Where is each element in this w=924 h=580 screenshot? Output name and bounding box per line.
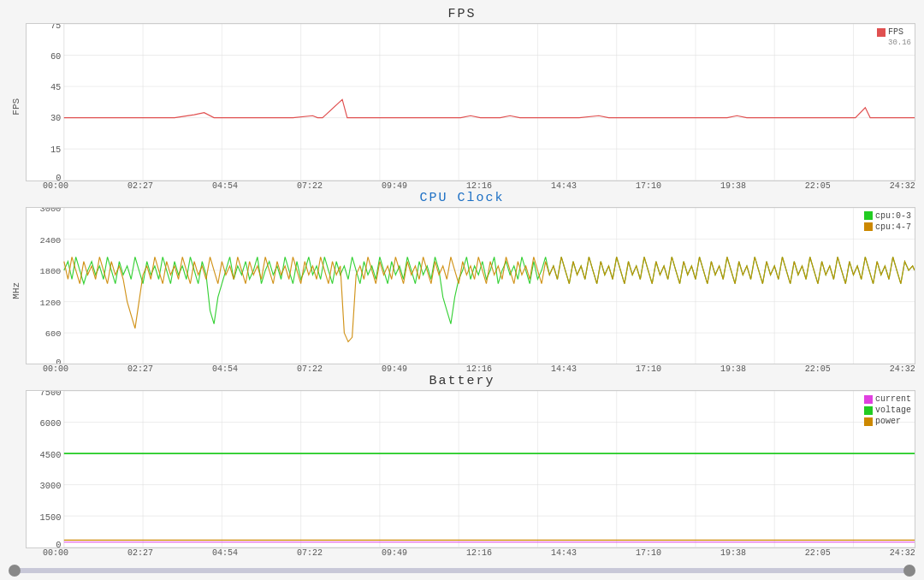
fps-x-tick-9: 22:05	[805, 181, 831, 191]
cpu-legend-label-1: cpu:4-7	[875, 222, 911, 232]
battery-chart-wrapper: 7500 6000 4500 3000 1500 0	[9, 390, 915, 558]
cpu-y-label: MHz	[9, 207, 24, 375]
cpu-title: CPU Clock	[9, 191, 915, 205]
svg-text:7500: 7500	[39, 391, 61, 398]
cpu-x-tick-1: 02:27	[127, 364, 153, 374]
fps-chart-svg: 75 60 45 30 15 0	[27, 24, 915, 181]
cpu-x-tick-4: 09:49	[382, 364, 407, 374]
battery-x-tick-0: 00:00	[43, 548, 68, 558]
svg-text:1500: 1500	[39, 512, 61, 523]
cpu-legend-color-0	[864, 211, 873, 220]
battery-y-label	[9, 390, 24, 558]
svg-text:6000: 6000	[39, 418, 61, 429]
cpu-x-tick-3: 07:22	[297, 364, 323, 374]
fps-section: FPS FPS	[9, 7, 915, 191]
cpu-x-tick-9: 22:05	[805, 364, 831, 374]
cpu-x-tick-7: 17:10	[636, 364, 661, 374]
battery-x-tick-6: 14:43	[551, 548, 577, 558]
svg-text:45: 45	[50, 82, 61, 92]
svg-text:1800: 1800	[39, 267, 61, 275]
fps-legend-color	[877, 28, 886, 37]
svg-text:600: 600	[45, 329, 62, 338]
battery-legend-label-1: voltage	[875, 405, 911, 415]
scrollbar-track[interactable]	[12, 568, 912, 573]
fps-legend-value: 30.16	[877, 38, 911, 47]
cpu-x-tick-0: 00:00	[43, 364, 68, 374]
battery-legend-color-2	[864, 417, 873, 426]
svg-text:3000: 3000	[39, 482, 61, 492]
cpu-legend: cpu:0-3 cpu:4-7	[864, 211, 911, 232]
fps-legend-label: FPS	[888, 27, 903, 37]
battery-legend-item-0: current	[864, 394, 911, 404]
battery-x-tick-4: 09:49	[382, 548, 407, 558]
cpu-chart-area: 3000 2400 1800 1200 600 0	[26, 207, 915, 365]
svg-text:60: 60	[50, 51, 61, 62]
battery-chart-area: 7500 6000 4500 3000 1500 0	[26, 390, 915, 548]
battery-legend-color-0	[864, 395, 873, 404]
battery-x-tick-9: 22:05	[805, 548, 831, 558]
svg-text:0: 0	[56, 173, 61, 181]
fps-chart-area: 75 60 45 30 15 0 FPS	[26, 23, 915, 181]
fps-x-tick-10: 24:32	[890, 181, 915, 191]
scrollbar-container	[0, 561, 924, 580]
cpu-chart-wrapper: MHz	[9, 207, 915, 375]
cpu-section: CPU Clock MHz	[9, 191, 915, 375]
fps-y-label: FPS	[9, 23, 24, 191]
fps-title: FPS	[9, 7, 915, 21]
battery-x-tick-3: 07:22	[297, 548, 323, 558]
fps-x-tick-3: 07:22	[297, 181, 323, 191]
battery-x-tick-5: 12:16	[466, 548, 492, 558]
battery-legend-label-0: current	[875, 394, 911, 404]
svg-text:4500: 4500	[39, 450, 61, 460]
svg-text:30: 30	[50, 113, 61, 123]
fps-legend-item: FPS	[877, 27, 911, 37]
cpu-x-tick-10: 24:32	[890, 364, 915, 374]
svg-text:15: 15	[50, 145, 61, 155]
fps-x-tick-8: 19:38	[720, 181, 746, 191]
svg-text:3000: 3000	[39, 208, 61, 214]
cpu-x-axis: 00:00 02:27 04:54 07:22 09:49 12:16 14:4…	[26, 364, 915, 374]
battery-legend-color-1	[864, 406, 873, 415]
fps-x-axis: 00:00 02:27 04:54 07:22 09:49 12:16 14:4…	[26, 181, 915, 191]
fps-x-tick-0: 00:00	[43, 181, 68, 191]
fps-x-tick-2: 04:54	[212, 181, 238, 191]
svg-text:0: 0	[56, 540, 61, 547]
svg-text:75: 75	[50, 24, 61, 31]
battery-x-tick-7: 17:10	[636, 548, 661, 558]
fps-x-tick-6: 14:43	[551, 181, 577, 191]
battery-legend-item-2: power	[864, 417, 911, 426]
fps-x-tick-1: 02:27	[127, 181, 153, 191]
fps-legend: FPS 30.16	[877, 27, 911, 47]
battery-section: Battery	[9, 374, 915, 558]
cpu-x-tick-2: 04:54	[212, 364, 238, 374]
cpu-legend-item-1: cpu:4-7	[864, 222, 911, 232]
battery-x-tick-8: 19:38	[720, 548, 746, 558]
cpu-x-tick-6: 14:43	[551, 364, 577, 374]
cpu-chart-svg: 3000 2400 1800 1200 600 0	[27, 208, 915, 364]
fps-x-tick-4: 09:49	[382, 181, 407, 191]
battery-legend-item-1: voltage	[864, 405, 911, 415]
cpu-legend-label-0: cpu:0-3	[875, 211, 911, 221]
battery-title: Battery	[9, 374, 915, 388]
charts-container: FPS FPS	[0, 0, 924, 558]
svg-text:1200: 1200	[39, 299, 61, 307]
battery-x-axis: 00:00 02:27 04:54 07:22 09:49 12:16 14:4…	[26, 548, 915, 558]
battery-legend: current voltage power	[864, 394, 911, 426]
fps-chart-wrapper: FPS	[9, 23, 915, 191]
battery-x-tick-10: 24:32	[890, 548, 915, 558]
battery-legend-label-2: power	[875, 417, 901, 426]
cpu-legend-item-0: cpu:0-3	[864, 211, 911, 221]
battery-chart-svg: 7500 6000 4500 3000 1500 0	[27, 391, 915, 547]
svg-text:0: 0	[56, 358, 61, 364]
battery-x-tick-1: 02:27	[127, 548, 153, 558]
cpu-x-tick-5: 12:16	[466, 364, 492, 374]
battery-x-tick-2: 04:54	[212, 548, 238, 558]
cpu-legend-color-1	[864, 222, 873, 231]
svg-text:2400: 2400	[39, 236, 61, 245]
cpu-x-tick-8: 19:38	[720, 364, 746, 374]
fps-x-tick-7: 17:10	[636, 181, 661, 191]
scrollbar-thumb-left[interactable]	[9, 565, 21, 577]
scrollbar-thumb-right[interactable]	[903, 565, 915, 577]
fps-x-tick-5: 12:16	[466, 181, 492, 191]
